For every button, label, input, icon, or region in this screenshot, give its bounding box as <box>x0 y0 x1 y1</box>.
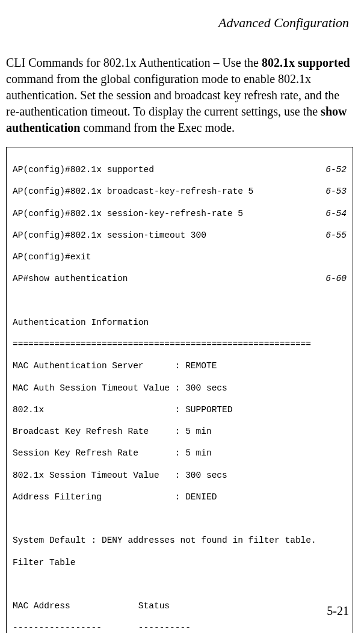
cli-line: AP(config)#802.1x session-timeout 3006-5… <box>13 230 347 241</box>
cli-ref: 6-53 <box>325 186 347 197</box>
running-header: Advanced Configuration <box>0 0 364 31</box>
cli-info-line: 802.1x : SUPPORTED <box>13 404 347 415</box>
cli-ref: 6-55 <box>325 230 347 241</box>
cli-info-line: Broadcast Key Refresh Rate : 5 min <box>13 426 347 437</box>
cli-info-line: MAC Authentication Server : REMOTE <box>13 360 347 371</box>
cli-line: AP(config)#802.1x session-key-refresh-ra… <box>13 208 347 219</box>
cli-cmd: AP(config)#802.1x session-key-refresh-ra… <box>13 208 243 219</box>
cli-divider: ========================================… <box>13 339 347 350</box>
cli-line: AP(config)#802.1x broadcast-key-refresh-… <box>13 186 347 197</box>
cli-blank-line <box>13 579 347 590</box>
body-paragraph: CLI Commands for 802.1x Authentication –… <box>0 31 364 136</box>
cli-blank-line <box>13 513 347 524</box>
paragraph-text-part3: command from the Exec mode. <box>80 121 235 134</box>
page-number: 5-21 <box>327 604 349 618</box>
cli-line: AP(config)#802.1x supported6-52 <box>13 164 347 175</box>
cli-cmd: AP(config)#802.1x broadcast-key-refresh-… <box>13 186 253 197</box>
cli-mac-header: MAC Address Status <box>13 601 347 611</box>
cli-system-default: System Default : DENY addresses not foun… <box>13 535 347 546</box>
paragraph-text-part1: CLI Commands for 802.1x Authentication –… <box>6 56 262 69</box>
cli-cmd: AP(config)#802.1x session-timeout 300 <box>13 230 206 241</box>
cli-section-header: Authentication Information <box>13 317 347 328</box>
cli-cmd: AP(config)#802.1x supported <box>13 164 154 175</box>
cli-info-line: MAC Auth Session Timeout Value : 300 sec… <box>13 383 347 394</box>
cli-info-line: Address Filtering : DENIED <box>13 492 347 502</box>
cli-filter-table-label: Filter Table <box>13 557 347 568</box>
cli-line: AP#show authentication6-60 <box>13 273 347 284</box>
cli-blank-line <box>13 295 347 306</box>
cli-info-line: 802.1x Session Timeout Value : 300 secs <box>13 470 347 481</box>
paragraph-text-part2: command from the global configuration mo… <box>6 72 339 118</box>
cli-info-line: Session Key Refresh Rate : 5 min <box>13 448 347 459</box>
cli-ref: 6-60 <box>325 273 347 284</box>
cli-cmd: AP#show authentication <box>13 273 128 284</box>
cli-mac-divider: ----------------- ---------- <box>13 622 347 633</box>
cli-ref: 6-54 <box>325 208 347 219</box>
paragraph-bold-1: 802.1x supported <box>262 56 350 69</box>
cli-ref: 6-52 <box>325 164 347 175</box>
cli-line: AP(config)#exit <box>13 252 347 262</box>
cli-output-box: AP(config)#802.1x supported6-52 AP(confi… <box>6 147 353 633</box>
